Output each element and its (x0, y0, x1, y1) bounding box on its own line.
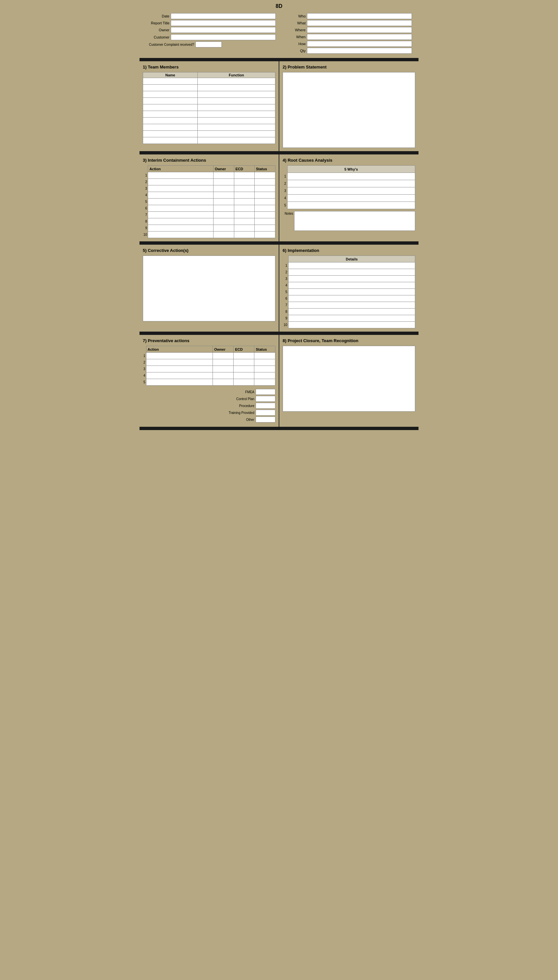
int-status-1[interactable] (254, 172, 275, 179)
why-5[interactable] (287, 202, 415, 209)
prev-status-1[interactable] (254, 352, 276, 359)
prev-status-2[interactable] (254, 359, 276, 366)
team-func-6[interactable] (197, 111, 275, 117)
team-func-3[interactable] (197, 91, 275, 98)
team-name-2[interactable] (143, 85, 198, 91)
report-title-input[interactable] (171, 20, 276, 26)
date-input[interactable] (171, 13, 276, 19)
team-func-7[interactable] (197, 117, 275, 124)
int-owner-1[interactable] (213, 172, 234, 179)
impl-6[interactable] (289, 295, 415, 302)
closure-box[interactable] (282, 346, 415, 412)
team-func-9[interactable] (197, 131, 275, 137)
owner-input[interactable] (171, 27, 276, 33)
customer-input[interactable] (171, 34, 276, 40)
int-action-8[interactable] (148, 218, 213, 225)
what-input[interactable] (307, 20, 412, 26)
team-func-1[interactable] (197, 78, 275, 85)
int-action-1[interactable] (148, 172, 213, 179)
prev-ecd-1[interactable] (234, 352, 254, 359)
impl-5[interactable] (289, 289, 415, 295)
prev-ecd-2[interactable] (234, 359, 254, 366)
prev-owner-5[interactable] (213, 379, 234, 385)
prev-action-4[interactable] (146, 372, 213, 379)
impl-10[interactable] (289, 322, 415, 328)
prev-status-4[interactable] (254, 372, 276, 379)
int-status-5[interactable] (254, 199, 275, 205)
qty-input[interactable] (307, 48, 412, 54)
team-name-9[interactable] (143, 131, 198, 137)
impl-7[interactable] (289, 302, 415, 308)
prev-ecd-4[interactable] (234, 372, 254, 379)
team-name-8[interactable] (143, 124, 198, 131)
int-action-3[interactable] (148, 185, 213, 192)
prev-action-2[interactable] (146, 359, 213, 366)
team-func-5[interactable] (197, 104, 275, 111)
prev-status-5[interactable] (254, 379, 276, 385)
int-status-9[interactable] (254, 225, 275, 232)
team-func-2[interactable] (197, 85, 275, 91)
int-action-2[interactable] (148, 179, 213, 185)
int-status-2[interactable] (254, 179, 275, 185)
impl-9[interactable] (289, 315, 415, 322)
impl-4[interactable] (289, 282, 415, 289)
int-owner-8[interactable] (213, 218, 234, 225)
team-func-8[interactable] (197, 124, 275, 131)
int-status-4[interactable] (254, 192, 275, 199)
int-action-9[interactable] (148, 225, 213, 232)
prev-status-3[interactable] (254, 366, 276, 372)
complaint-input[interactable] (195, 41, 222, 48)
who-input[interactable] (307, 13, 412, 19)
control-plan-input[interactable] (256, 396, 276, 402)
impl-1[interactable] (289, 262, 415, 269)
int-owner-3[interactable] (213, 185, 234, 192)
int-action-7[interactable] (148, 212, 213, 218)
why-1[interactable] (287, 173, 415, 180)
prev-ecd-5[interactable] (234, 379, 254, 385)
int-owner-2[interactable] (213, 179, 234, 185)
why-2[interactable] (287, 180, 415, 188)
impl-2[interactable] (289, 269, 415, 276)
int-status-3[interactable] (254, 185, 275, 192)
notes-box[interactable] (294, 211, 415, 231)
team-name-3[interactable] (143, 91, 198, 98)
corrective-actions-box[interactable] (143, 255, 276, 321)
int-status-10[interactable] (254, 232, 275, 238)
int-ecd-8[interactable] (234, 218, 254, 225)
int-ecd-3[interactable] (234, 185, 254, 192)
int-owner-4[interactable] (213, 192, 234, 199)
fmea-input[interactable] (256, 389, 276, 395)
int-owner-5[interactable] (213, 199, 234, 205)
when-input[interactable] (307, 34, 412, 40)
int-owner-9[interactable] (213, 225, 234, 232)
int-action-5[interactable] (148, 199, 213, 205)
other-input[interactable] (256, 417, 276, 423)
team-name-5[interactable] (143, 104, 198, 111)
prev-owner-1[interactable] (213, 352, 234, 359)
team-func-4[interactable] (197, 98, 275, 104)
how-input[interactable] (307, 41, 412, 47)
problem-statement-box[interactable] (282, 72, 415, 148)
prev-ecd-3[interactable] (234, 366, 254, 372)
where-input[interactable] (307, 27, 412, 33)
int-ecd-6[interactable] (234, 205, 254, 212)
int-status-7[interactable] (254, 212, 275, 218)
team-name-4[interactable] (143, 98, 198, 104)
int-owner-7[interactable] (213, 212, 234, 218)
team-name-7[interactable] (143, 117, 198, 124)
team-name-10[interactable] (143, 137, 198, 144)
prev-owner-3[interactable] (213, 366, 234, 372)
why-4[interactable] (287, 194, 415, 202)
why-3[interactable] (287, 188, 415, 194)
int-ecd-7[interactable] (234, 212, 254, 218)
prev-action-3[interactable] (146, 366, 213, 372)
int-owner-6[interactable] (213, 205, 234, 212)
int-action-10[interactable] (148, 232, 213, 238)
int-owner-10[interactable] (213, 232, 234, 238)
int-ecd-2[interactable] (234, 179, 254, 185)
int-status-8[interactable] (254, 218, 275, 225)
team-name-1[interactable] (143, 78, 198, 85)
training-input[interactable] (256, 410, 276, 415)
team-name-6[interactable] (143, 111, 198, 117)
int-status-6[interactable] (254, 205, 275, 212)
